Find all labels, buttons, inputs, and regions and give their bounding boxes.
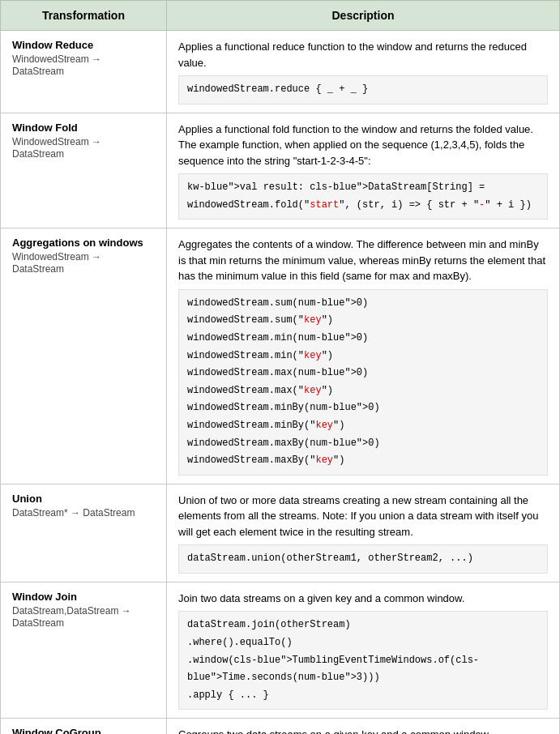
description-cell-2: Aggregates the contents of a window. The… (167, 228, 560, 484)
code-line-2-3: windowedStream.min("key") (187, 348, 539, 365)
description-cell-4: Join two data streams on a given key and… (167, 582, 560, 718)
code-block-3: dataStream.union(otherStream1, otherStre… (178, 544, 548, 574)
desc-text-4: Join two data streams on a given key and… (178, 591, 548, 607)
code-line-4-2: .window(cls-blue">TumblingEventTimeWindo… (187, 652, 539, 687)
transform-cell-3: UnionDataStream* → DataStream (1, 484, 167, 582)
description-cell-3: Union of two or more data streams creati… (167, 484, 560, 582)
code-block-1: kw-blue">val result: cls-blue">DataStrea… (178, 173, 548, 220)
code-line-2-0: windowedStream.sum(num-blue">0) (187, 295, 539, 313)
code-block-2: windowedStream.sum(num-blue">0)windowedS… (178, 289, 548, 476)
desc-text-1: Applies a functional fold function to th… (178, 122, 548, 169)
description-cell-5: Cogroups two data streams on a given key… (167, 719, 560, 734)
code-line-0-0: windowedStream.reduce { _ + _ } (187, 81, 539, 99)
transform-name-3: Union (12, 493, 155, 505)
code-line-1-1: windowedStream.fold("start", (str, i) =>… (187, 197, 539, 215)
code-block-0: windowedStream.reduce { _ + _ } (178, 75, 548, 105)
transform-name-2: Aggregations on windows (12, 237, 155, 249)
code-line-2-6: windowedStream.minBy(num-blue">0) (187, 399, 539, 417)
transform-cell-1: Window FoldWindowedStream → DataStream (1, 113, 167, 228)
code-line-2-5: windowedStream.max("key") (187, 382, 539, 400)
code-line-2-4: windowedStream.max(num-blue">0) (187, 365, 539, 382)
transform-type-1: WindowedStream → DataStream (12, 136, 101, 160)
code-block-4: dataStream.join(otherStream) .where().eq… (178, 611, 548, 710)
code-line-2-1: windowedStream.sum("key") (187, 312, 539, 330)
code-line-2-9: windowedStream.maxBy("key") (187, 452, 539, 470)
code-line-2-8: windowedStream.maxBy(num-blue">0) (187, 435, 539, 453)
description-cell-0: Applies a functional reduce function to … (167, 31, 560, 113)
transform-type-3: DataStream* → DataStream (12, 507, 135, 518)
code-line-1-0: kw-blue">val result: cls-blue">DataStrea… (187, 179, 539, 197)
code-line-2-2: windowedStream.min(num-blue">0) (187, 330, 539, 348)
transform-type-4: DataStream,DataStream → DataStream (12, 605, 131, 629)
transform-type-0: WindowedStream → DataStream (12, 53, 101, 77)
code-line-3-0: dataStream.union(otherStream1, otherStre… (187, 550, 539, 568)
transform-name-1: Window Fold (12, 122, 155, 134)
desc-text-3: Union of two or more data streams creati… (178, 493, 548, 540)
transform-name-4: Window Join (12, 591, 155, 603)
transform-type-2: WindowedStream → DataStream (12, 251, 101, 275)
code-line-4-3: .apply { ... } (187, 687, 539, 705)
transform-name-5: Window CoGroup (12, 727, 155, 734)
transform-cell-4: Window JoinDataStream,DataStream → DataS… (1, 582, 167, 718)
desc-text-0: Applies a functional reduce function to … (178, 39, 548, 70)
transform-cell-0: Window ReduceWindowedStream → DataStream (1, 31, 167, 113)
transform-cell-2: Aggregations on windowsWindowedStream → … (1, 228, 167, 484)
desc-text-5: Cogroups two data streams on a given key… (178, 727, 548, 734)
col-header-transformation: Transformation (1, 1, 167, 31)
col-header-description: Description (167, 1, 560, 31)
desc-text-2: Aggregates the contents of a window. The… (178, 237, 548, 284)
code-line-4-0: dataStream.join(otherStream) (187, 617, 539, 634)
code-line-2-7: windowedStream.minBy("key") (187, 417, 539, 435)
description-cell-1: Applies a functional fold function to th… (167, 113, 560, 228)
code-line-4-1: .where().equalTo() (187, 634, 539, 652)
transform-cell-5: Window CoGroupDataStream,DataStream → Da… (1, 719, 167, 734)
transform-name-0: Window Reduce (12, 39, 155, 51)
